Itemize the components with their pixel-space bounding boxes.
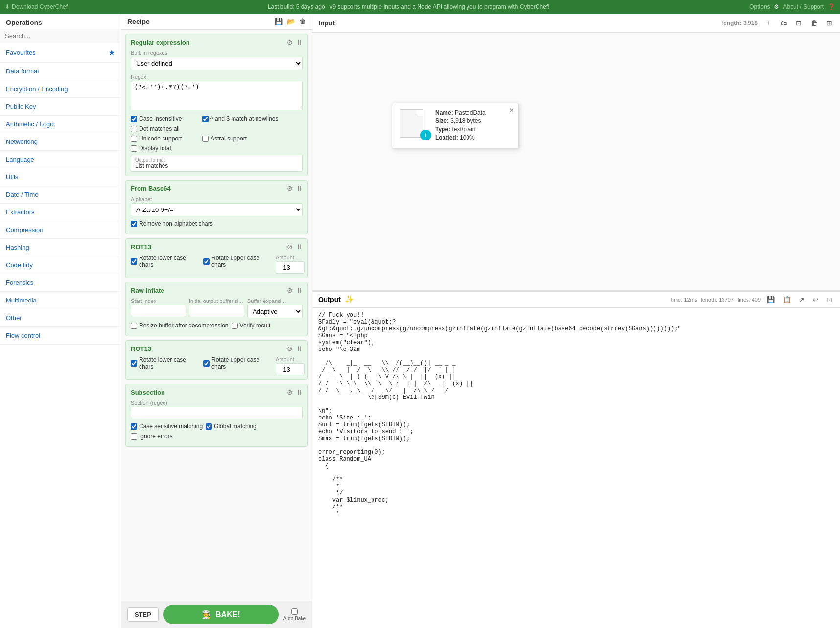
sidebar-item-hashing[interactable]: Hashing: [0, 239, 121, 256]
about-support-link[interactable]: About / Support: [783, 3, 824, 10]
case-insensitive-checkbox[interactable]: [131, 116, 137, 122]
sidebar-item-favourites[interactable]: Favourites ★: [0, 43, 121, 63]
output-new-tab-icon[interactable]: ↗: [797, 295, 807, 304]
pause-op-icon[interactable]: ⏸: [296, 38, 303, 46]
built-in-regexes-select[interactable]: User defined: [131, 57, 303, 70]
sidebar-item-flow-control[interactable]: Flow control: [0, 327, 121, 345]
display-total-checkbox[interactable]: [131, 145, 137, 152]
astral-support-checkbox-item[interactable]: Astral support: [202, 135, 271, 142]
disable-op-icon[interactable]: ⊘: [287, 38, 293, 46]
regex-label: Regex: [131, 74, 303, 80]
pause-raw-inflate-icon[interactable]: ⏸: [296, 286, 303, 294]
disable-subsection-icon[interactable]: ⊘: [287, 388, 293, 396]
dot-matches-all-checkbox[interactable]: [131, 126, 137, 132]
download-cyberchef-link[interactable]: ⬇ Download CyberChef: [5, 3, 68, 10]
output-save-icon[interactable]: 💾: [765, 295, 777, 304]
rotate-upper-2-item[interactable]: Rotate upper case chars: [203, 356, 272, 370]
auto-bake-checkbox[interactable]: [291, 608, 298, 615]
section-regex-input[interactable]: (?<=\$Fadly.*?")(.*?)(?="): [131, 407, 303, 419]
pause-rot13-1-icon[interactable]: ⏸: [296, 243, 303, 251]
op-from-base64: From Base64 ⊘ ⏸ Alphabet A-Za-z0-9+/=: [125, 180, 308, 234]
output-maximise-icon[interactable]: ⊡: [824, 295, 834, 304]
remove-non-alphabet-checkbox-item[interactable]: Remove non-alphabet chars: [131, 220, 213, 227]
buffer-expansion-select[interactable]: Adaptive: [247, 305, 303, 318]
start-index-input[interactable]: 0: [131, 305, 186, 317]
sidebar-item-public-key[interactable]: Public Key: [0, 98, 121, 116]
global-matching-item[interactable]: Global matching: [206, 423, 274, 430]
display-total-checkbox-item[interactable]: Display total: [131, 145, 199, 152]
astral-support-checkbox[interactable]: [202, 136, 209, 142]
alphabet-select[interactable]: A-Za-z0-9+/=: [131, 203, 303, 216]
options-link[interactable]: Options: [749, 3, 770, 10]
amount-2-input[interactable]: 13: [276, 363, 305, 375]
rotate-upper-1-checkbox[interactable]: [203, 258, 210, 265]
rotate-lower-2-checkbox[interactable]: [131, 360, 137, 367]
remove-non-alphabet-checkbox[interactable]: [131, 221, 137, 227]
rotate-lower-1-item[interactable]: Rotate lower case chars: [131, 255, 199, 268]
search-input[interactable]: [0, 29, 121, 43]
sidebar-item-networking[interactable]: Networking: [0, 133, 121, 151]
verify-result-checkbox[interactable]: [232, 323, 238, 329]
clear-recipe-icon[interactable]: 🗑: [299, 18, 306, 25]
disable-rot13-1-icon[interactable]: ⊘: [287, 243, 293, 251]
load-recipe-icon[interactable]: 📂: [287, 18, 295, 25]
dot-matches-all-checkbox-item[interactable]: Dot matches all: [131, 125, 199, 132]
output-copy-icon[interactable]: 📋: [781, 295, 793, 304]
output-format-dropdown[interactable]: Output format List matches: [131, 155, 303, 172]
sidebar-item-arithmetic-logic[interactable]: Arithmetic / Logic: [0, 116, 121, 133]
pause-rot13-2-icon[interactable]: ⏸: [296, 345, 303, 352]
bake-button[interactable]: 👨‍🍳 BAKE!: [163, 605, 279, 624]
ignore-errors-checkbox[interactable]: [131, 433, 137, 440]
case-sensitive-item[interactable]: Case sensitive matching: [131, 423, 203, 430]
op-title-subsection: Subsection: [131, 389, 165, 396]
sidebar-item-compression[interactable]: Compression: [0, 221, 121, 239]
rotate-lower-2-item[interactable]: Rotate lower case chars: [131, 356, 199, 370]
caret-dollar-checkbox-item[interactable]: ^ and $ match at newlines: [202, 116, 278, 122]
pause-subsection-icon[interactable]: ⏸: [296, 388, 303, 396]
sidebar-item-data-format[interactable]: Data format: [0, 63, 121, 80]
sidebar-item-multimedia[interactable]: Multimedia: [0, 292, 121, 309]
unicode-support-checkbox-item[interactable]: Unicode support: [131, 135, 199, 142]
global-matching-checkbox[interactable]: [206, 423, 212, 430]
unicode-support-checkbox[interactable]: [131, 136, 137, 142]
amount-1-input[interactable]: 13: [276, 261, 305, 274]
sidebar-item-date-time[interactable]: Date / Time: [0, 186, 121, 204]
resize-buffer-checkbox[interactable]: [131, 323, 137, 329]
case-sensitive-checkbox[interactable]: [131, 423, 137, 430]
add-input-icon[interactable]: ＋: [763, 18, 773, 28]
input-clear-icon[interactable]: 🗑: [809, 18, 819, 28]
output-undo-icon[interactable]: ↩: [811, 295, 820, 304]
disable-raw-inflate-icon[interactable]: ⊘: [287, 286, 293, 294]
rotate-lower-1-checkbox[interactable]: [131, 258, 137, 265]
verify-result-item[interactable]: Verify result: [232, 322, 300, 329]
save-recipe-icon[interactable]: 💾: [275, 18, 283, 25]
regex-input[interactable]: (?<='')(.*?)(?='): [131, 81, 303, 110]
magic-wand-icon[interactable]: ✨: [345, 295, 354, 304]
ignore-errors-item[interactable]: Ignore errors: [131, 433, 199, 440]
sidebar-item-code-tidy[interactable]: Code tidy: [0, 256, 121, 274]
initial-buffer-input[interactable]: 0: [189, 305, 244, 317]
sidebar-item-language[interactable]: Language: [0, 151, 121, 168]
sidebar-item-other[interactable]: Other: [0, 309, 121, 327]
sidebar-item-forensics[interactable]: Forensics: [0, 274, 121, 292]
resize-buffer-item[interactable]: Resize buffer after decompression: [131, 322, 229, 329]
input-file-icon[interactable]: 🗂: [778, 18, 789, 28]
sidebar-item-encryption-encoding[interactable]: Encryption / Encoding: [0, 80, 121, 98]
rotate-upper-2-checkbox[interactable]: [203, 360, 210, 367]
caret-dollar-checkbox[interactable]: [202, 116, 209, 122]
input-grid-icon[interactable]: ⊞: [824, 18, 834, 28]
input-maximise-icon[interactable]: ⊡: [794, 18, 804, 28]
pause-from-base64-icon[interactable]: ⏸: [296, 185, 303, 192]
sidebar-item-extractors[interactable]: Extractors: [0, 204, 121, 221]
disable-from-base64-icon[interactable]: ⊘: [287, 185, 293, 192]
step-button[interactable]: STEP: [127, 607, 159, 622]
rotate-upper-1-item[interactable]: Rotate upper case chars: [203, 255, 272, 268]
op-raw-inflate: Raw Inflate ⊘ ⏸ Start index 0 Initial ou…: [125, 282, 308, 336]
sidebar-item-utils[interactable]: Utils: [0, 168, 121, 186]
disable-rot13-2-icon[interactable]: ⊘: [287, 345, 293, 352]
close-popup-icon[interactable]: ✕: [509, 106, 514, 114]
case-insensitive-checkbox-item[interactable]: Case insensitive: [131, 116, 199, 122]
input-content[interactable]: [312, 33, 840, 290]
build-info: Last build: 5 days ago · v9 supports mul…: [68, 3, 749, 10]
start-index-label: Start index: [131, 298, 186, 304]
